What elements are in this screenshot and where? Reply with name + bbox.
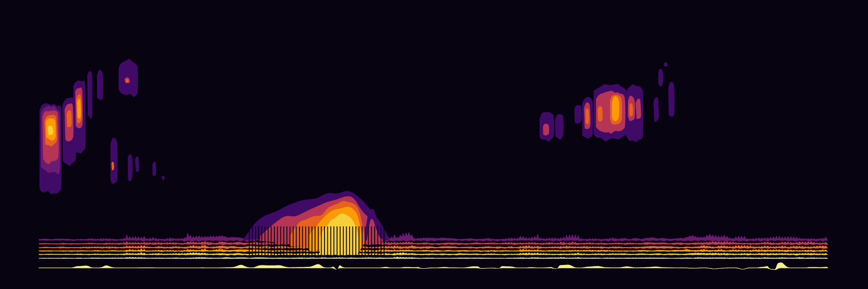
comb-striation	[340, 226, 341, 256]
comb-striation	[349, 226, 350, 256]
contour-blob-right-r6-orange	[629, 103, 633, 117]
comb-striation	[280, 226, 281, 256]
comb-striation	[299, 226, 300, 256]
comb-striation	[384, 226, 385, 256]
comb-striation	[290, 226, 291, 256]
contour-blob-left-e-streak	[87, 71, 93, 119]
comb-striation	[258, 226, 259, 256]
contour-blob-right-r7	[653, 97, 659, 122]
comb-striation	[337, 226, 338, 256]
comb-striation	[265, 226, 266, 256]
comb-striation	[312, 226, 312, 256]
comb-striation	[293, 226, 294, 256]
comb-striation	[346, 226, 347, 256]
comb-striation	[286, 226, 287, 256]
figure-background	[0, 0, 868, 289]
comb-striation	[353, 226, 353, 256]
comb-striation	[309, 226, 310, 256]
contour-blob-right-r8	[658, 69, 663, 86]
contour-blob-right-r5-orange-a	[597, 106, 603, 121]
comb-striation	[305, 226, 306, 256]
comb-striation	[327, 226, 328, 256]
contour-blob-right-r10	[668, 82, 675, 117]
comb-striation	[330, 226, 331, 256]
comb-striation	[368, 226, 369, 256]
comb-striation	[343, 226, 344, 256]
comb-striation	[268, 226, 269, 256]
comb-striation	[362, 226, 363, 256]
comb-striation	[324, 226, 325, 256]
comb-striation	[252, 226, 253, 256]
contour-blob-right-r3	[574, 105, 582, 124]
comb-striation	[271, 226, 272, 256]
spectrogram-canvas	[0, 0, 868, 289]
comb-striation	[321, 226, 322, 256]
comb-striation	[302, 226, 303, 256]
comb-striation	[380, 226, 381, 256]
contour-blob-left-a-core	[48, 126, 53, 135]
comb-striation	[277, 226, 278, 256]
comb-striation	[318, 226, 319, 256]
comb-striation	[261, 226, 262, 256]
contour-blob-left-d-amber	[77, 99, 81, 118]
contour-blob-left-f-streak	[97, 70, 103, 100]
comb-striation	[255, 226, 256, 256]
contour-blob-right-r1-crimson	[543, 124, 549, 135]
contour-blob-left-h4	[152, 161, 156, 176]
contour-blob-left-h2	[128, 154, 133, 181]
comb-striation	[359, 226, 360, 256]
comb-striation	[374, 226, 375, 256]
comb-striation	[378, 226, 379, 256]
comb-striation	[371, 226, 372, 256]
spectrogram-figure	[0, 0, 868, 289]
comb-striation	[296, 226, 297, 256]
comb-striation	[365, 226, 366, 256]
contour-blob-right-r4-orange	[585, 108, 589, 124]
comb-striation	[334, 226, 335, 256]
comb-striation	[315, 226, 316, 256]
comb-striation	[249, 226, 250, 256]
contour-blob-left-h1	[110, 138, 118, 184]
comb-striation	[355, 226, 356, 256]
contour-blob-left-b-orange	[67, 110, 72, 127]
contour-blob-right-r6-crimson-b	[636, 99, 641, 119]
comb-striation	[284, 226, 285, 256]
contour-blob-right-r5-amber	[612, 96, 619, 121]
contour-blob-right-r2	[555, 114, 564, 140]
comb-striation	[274, 226, 275, 256]
